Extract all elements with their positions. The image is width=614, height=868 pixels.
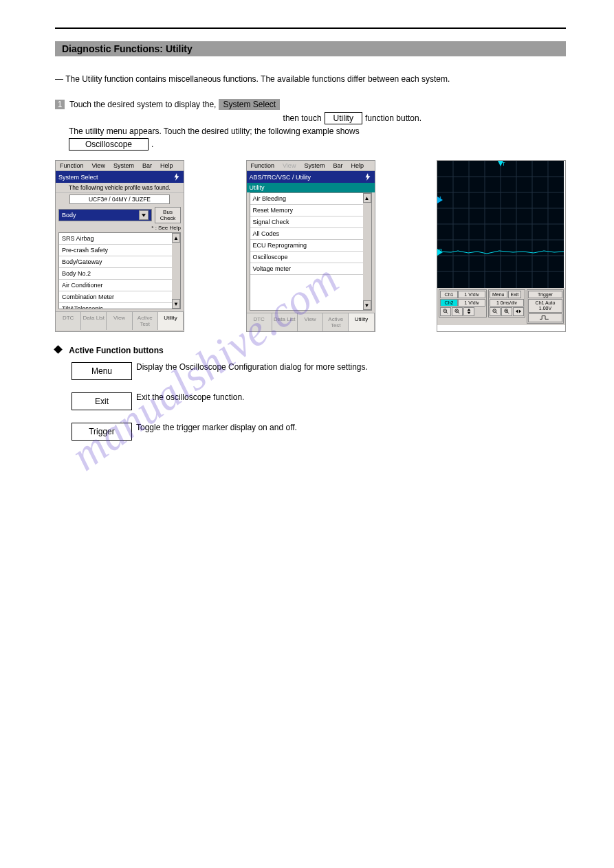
trigger-button[interactable]: Trigger (528, 291, 562, 298)
menu-exit-group: Menu Exit 1 0ms/div (488, 289, 525, 318)
menubar[interactable]: Function View System Bar Help (247, 161, 375, 171)
titlebar: System Select (56, 171, 184, 183)
menu-system[interactable]: System (300, 161, 329, 170)
svg-marker-38 (519, 310, 521, 313)
chevron-up-icon[interactable]: ▲ (363, 193, 371, 203)
svg-line-22 (446, 312, 448, 313)
tab-data-list[interactable]: Data List (272, 313, 298, 331)
tab-dtc[interactable]: DTC (56, 312, 81, 330)
menu-bar[interactable]: Bar (138, 161, 156, 170)
list-item[interactable]: Pre-crash Safety (59, 245, 180, 256)
menu-bar[interactable]: Bar (329, 161, 347, 170)
list-item[interactable]: Tilt&Telescopic (59, 303, 180, 309)
step-text-1c: function button. (365, 113, 421, 123)
vehicle-field: UCF3# / 04MY / 3UZFE (69, 194, 170, 204)
timebase[interactable]: 1 0ms/div (490, 299, 524, 307)
list-item[interactable]: Reset Memory (250, 205, 371, 216)
ch2-vdiv[interactable]: 1 V/div (458, 299, 485, 307)
active-function-heading: Active Function buttons (55, 346, 566, 355)
utility-button-token: Utility (325, 112, 362, 124)
step-number: 1 (55, 100, 65, 109)
zoom-in-icon[interactable] (452, 307, 463, 316)
menu-button[interactable]: Menu (490, 291, 507, 298)
tab-active-test[interactable]: Active Test (133, 312, 158, 330)
menu-view[interactable]: View (88, 161, 109, 170)
scope-canvas (437, 161, 564, 288)
chevron-down-icon[interactable]: ▼ (363, 300, 371, 310)
list-item[interactable]: Signal Check (250, 216, 371, 228)
svg-line-31 (496, 312, 497, 313)
exit-button[interactable]: Exit (508, 291, 522, 298)
ch1-vdiv[interactable]: 1 V/div (458, 291, 485, 298)
menu-help[interactable]: Help (156, 161, 177, 170)
list-item[interactable]: Combination Meter (59, 291, 180, 303)
menu-desc: Display the Oscilloscope Configuration d… (136, 362, 368, 372)
scrollbar[interactable]: ▲ ▼ (172, 233, 180, 309)
top-rule (55, 27, 566, 29)
svg-marker-37 (516, 310, 518, 313)
menu-function[interactable]: Function (56, 161, 88, 170)
exit-box: Exit (72, 392, 132, 410)
svg-marker-2 (365, 173, 370, 181)
svg-marker-28 (468, 309, 471, 311)
tab-data-list[interactable]: Data List (81, 312, 107, 330)
diamond-icon (54, 345, 63, 354)
oscilloscope-button-token: Oscilloscope (69, 138, 149, 151)
zoom-out-icon[interactable] (490, 307, 501, 316)
bolt-icon (364, 173, 372, 181)
up-down-icon[interactable] (463, 307, 474, 316)
chevron-down-icon[interactable]: ▼ (172, 299, 180, 309)
titlebar-text: ABS/TRC/VSC / Utility (250, 174, 311, 181)
list-item[interactable]: Air Conditioner (59, 280, 180, 291)
menubar[interactable]: Function View System Bar Help (56, 161, 184, 171)
step-line-2b: Oscilloscope . (69, 138, 566, 151)
scope-grid[interactable]: T 1 2 (437, 161, 564, 288)
body-dropdown[interactable]: Body (58, 209, 152, 221)
scope-controls: Ch1 1 V/div Ch2 1 V/div Menu (437, 288, 565, 325)
menu-function[interactable]: Function (247, 161, 279, 170)
list-item[interactable]: All Codes (250, 228, 371, 240)
tab-dtc[interactable]: DTC (247, 313, 272, 331)
intro-dash: — (55, 74, 63, 84)
section-title: Diagnostic Functions: Utility (55, 41, 566, 56)
chevron-down-icon[interactable] (139, 210, 149, 220)
step-line-2: The utility menu appears. Touch the desi… (69, 126, 566, 136)
list-item[interactable]: Body/Gateway (59, 256, 180, 268)
menu-help[interactable]: Help (347, 161, 368, 170)
bus-check-button[interactable]: Bus Check (155, 207, 181, 223)
menu-system[interactable]: System (109, 161, 138, 170)
afb-row-exit: Exit Exit the oscilloscope function. (72, 392, 566, 414)
utility-list[interactable]: Air Bleeding Reset Memory Signal Check A… (250, 192, 372, 311)
chevron-up-icon[interactable]: ▲ (172, 233, 180, 243)
profile-line: The following vehicle profile was found. (56, 183, 184, 193)
tab-view[interactable]: View (298, 313, 323, 331)
zoom-in-icon[interactable] (501, 307, 512, 316)
list-item[interactable]: Voltage meter (250, 263, 371, 275)
list-item[interactable]: Oscilloscope (250, 252, 371, 263)
menu-view[interactable]: View (278, 161, 300, 170)
step-text-2c: . (151, 140, 153, 149)
list-item[interactable]: ECU Reprograming (250, 240, 371, 252)
system-select-window: Function View System Bar Help System Sel… (55, 160, 184, 332)
trigger-desc: Toggle the trigger marker display on and… (136, 423, 297, 432)
list-item[interactable]: Air Bleeding (250, 193, 371, 205)
tab-active-test[interactable]: Active Test (323, 313, 349, 331)
scrollbar[interactable]: ▲ ▼ (363, 193, 371, 310)
ch1-button[interactable]: Ch1 (440, 291, 458, 298)
ch2-button[interactable]: Ch2 (440, 299, 458, 307)
tab-utility[interactable]: Utility (349, 313, 374, 331)
dropdown-value: Body (62, 212, 76, 219)
wave-icon[interactable] (528, 313, 562, 322)
left-right-icon[interactable] (513, 307, 524, 316)
system-list[interactable]: SRS Airbag Pre-crash Safety Body/Gateway… (58, 232, 181, 309)
zoom-out-icon[interactable] (440, 307, 451, 316)
see-help: * : See Help (56, 225, 184, 232)
step-text-1b: then touch (283, 113, 322, 123)
titlebar-text: System Select (58, 174, 98, 181)
bottom-tabs: DTC Data List View Active Test Utility (56, 311, 184, 330)
list-item[interactable]: SRS Airbag (59, 233, 180, 245)
tab-utility[interactable]: Utility (158, 312, 184, 330)
list-item[interactable]: Body No.2 (59, 268, 180, 280)
tab-view[interactable]: View (107, 312, 132, 330)
bottom-tabs: DTC Data List View Active Test Utility (247, 313, 375, 331)
